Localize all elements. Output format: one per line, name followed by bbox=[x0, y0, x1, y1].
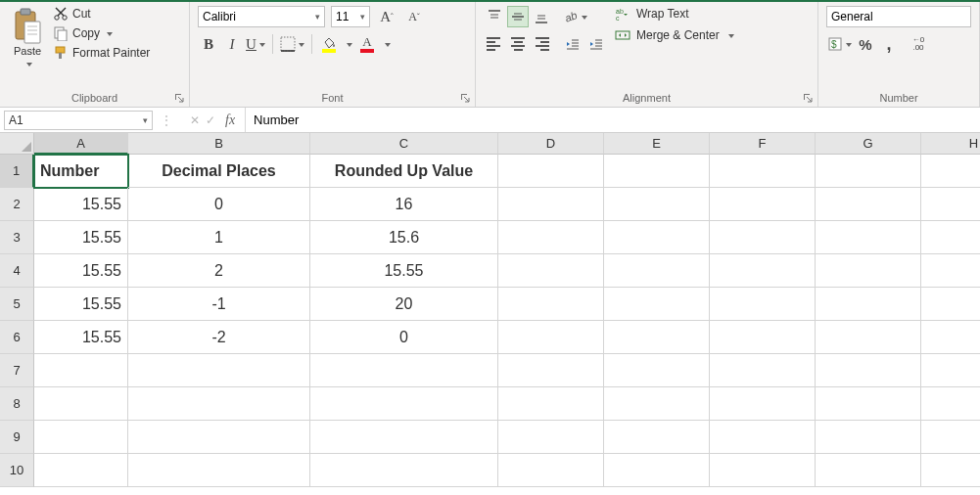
cell-D3[interactable] bbox=[498, 221, 604, 254]
column-header-A[interactable]: A bbox=[34, 133, 128, 155]
row-header-3[interactable]: 3 bbox=[0, 221, 34, 254]
cell-A3[interactable]: 15.55 bbox=[34, 221, 128, 254]
cell-H4[interactable] bbox=[921, 254, 980, 288]
align-bottom-button[interactable] bbox=[531, 6, 552, 27]
cell-F1[interactable] bbox=[710, 155, 816, 188]
cell-A2[interactable]: 15.55 bbox=[34, 188, 128, 221]
cell-F4[interactable] bbox=[710, 254, 816, 288]
cell-G2[interactable] bbox=[816, 188, 921, 221]
row-header-1[interactable]: 1 bbox=[0, 155, 34, 188]
accounting-format-button[interactable]: $ bbox=[826, 33, 853, 55]
enter-formula-button[interactable]: ✓ bbox=[206, 113, 215, 127]
paste-button[interactable]: Paste bbox=[8, 6, 47, 72]
cell-D9[interactable] bbox=[498, 421, 604, 454]
cell-E2[interactable] bbox=[604, 188, 710, 221]
cell-C8[interactable] bbox=[310, 387, 498, 421]
column-header-B[interactable]: B bbox=[128, 133, 310, 155]
cell-E1[interactable] bbox=[604, 155, 710, 188]
cell-E5[interactable] bbox=[604, 288, 710, 321]
cell-B4[interactable]: 2 bbox=[128, 254, 310, 288]
cell-B1[interactable]: Decimal Places bbox=[128, 155, 310, 188]
font-size-combo[interactable]: ▾ bbox=[331, 6, 370, 27]
row-header-2[interactable]: 2 bbox=[0, 188, 34, 221]
font-size-input[interactable] bbox=[336, 10, 356, 23]
cell-H1[interactable] bbox=[921, 155, 980, 188]
cell-F6[interactable] bbox=[710, 321, 816, 354]
cell-E8[interactable] bbox=[604, 387, 710, 421]
row-header-9[interactable]: 9 bbox=[0, 421, 34, 454]
cell-D2[interactable] bbox=[498, 188, 604, 221]
cell-F7[interactable] bbox=[710, 354, 816, 387]
cell-G7[interactable] bbox=[816, 354, 921, 387]
cell-F9[interactable] bbox=[710, 421, 816, 454]
column-header-G[interactable]: G bbox=[816, 133, 921, 155]
copy-button[interactable]: Copy bbox=[53, 25, 150, 41]
cell-F2[interactable] bbox=[710, 188, 816, 221]
cell-F5[interactable] bbox=[710, 288, 816, 321]
cell-B8[interactable] bbox=[128, 387, 310, 421]
column-header-C[interactable]: C bbox=[310, 133, 498, 155]
cell-B10[interactable] bbox=[128, 454, 310, 487]
fill-color-button[interactable] bbox=[318, 33, 340, 55]
row-header-5[interactable]: 5 bbox=[0, 288, 34, 321]
cell-F3[interactable] bbox=[710, 221, 816, 254]
font-name-combo[interactable]: ▾ bbox=[198, 6, 325, 27]
formula-input[interactable] bbox=[245, 108, 980, 132]
name-box[interactable]: A1 ▾ bbox=[4, 111, 153, 130]
select-all-corner[interactable] bbox=[0, 133, 34, 155]
cell-D5[interactable] bbox=[498, 288, 604, 321]
column-header-F[interactable]: F bbox=[710, 133, 816, 155]
comma-button[interactable]: , bbox=[878, 33, 900, 55]
number-format-combo[interactable] bbox=[826, 6, 971, 27]
cell-C1[interactable]: Rounded Up Value bbox=[310, 155, 498, 188]
cell-D7[interactable] bbox=[498, 354, 604, 387]
wrap-text-button[interactable]: abc Wrap Text bbox=[615, 6, 734, 22]
cell-H5[interactable] bbox=[921, 288, 980, 321]
orientation-button[interactable]: ab bbox=[562, 6, 588, 27]
cell-E10[interactable] bbox=[604, 454, 710, 487]
cell-E6[interactable] bbox=[604, 321, 710, 354]
cell-B7[interactable] bbox=[128, 354, 310, 387]
align-right-button[interactable] bbox=[531, 33, 552, 55]
percent-button[interactable]: % bbox=[855, 33, 876, 55]
cell-C10[interactable] bbox=[310, 454, 498, 487]
cell-G9[interactable] bbox=[816, 421, 921, 454]
increase-font-button[interactable]: Aˆ bbox=[376, 6, 397, 27]
font-color-button[interactable]: A bbox=[356, 33, 378, 55]
clipboard-launcher[interactable] bbox=[173, 92, 185, 104]
cell-A1[interactable]: Number bbox=[34, 155, 128, 188]
chevron-down-icon[interactable] bbox=[380, 37, 393, 51]
cell-C2[interactable]: 16 bbox=[310, 188, 498, 221]
cell-H2[interactable] bbox=[921, 188, 980, 221]
borders-button[interactable] bbox=[279, 33, 305, 55]
decrease-indent-button[interactable] bbox=[562, 33, 583, 55]
cell-E7[interactable] bbox=[604, 354, 710, 387]
row-header-4[interactable]: 4 bbox=[0, 254, 34, 288]
cell-G5[interactable] bbox=[816, 288, 921, 321]
cell-D8[interactable] bbox=[498, 387, 604, 421]
underline-button[interactable]: U bbox=[245, 33, 266, 55]
alignment-launcher[interactable] bbox=[802, 92, 814, 104]
cell-E3[interactable] bbox=[604, 221, 710, 254]
cell-G3[interactable] bbox=[816, 221, 921, 254]
cell-B9[interactable] bbox=[128, 421, 310, 454]
increase-indent-button[interactable] bbox=[585, 33, 607, 55]
cell-D4[interactable] bbox=[498, 254, 604, 288]
cell-G4[interactable] bbox=[816, 254, 921, 288]
cell-C5[interactable]: 20 bbox=[310, 288, 498, 321]
increase-decimal-button[interactable]: ←0 .00 bbox=[908, 33, 929, 55]
font-name-input[interactable] bbox=[203, 10, 311, 23]
cut-button[interactable]: Cut bbox=[53, 6, 150, 22]
cell-A4[interactable]: 15.55 bbox=[34, 254, 128, 288]
decrease-font-button[interactable]: Aˇ bbox=[403, 6, 425, 27]
merge-center-button[interactable]: Merge & Center bbox=[615, 27, 734, 43]
number-format-input[interactable] bbox=[831, 10, 966, 23]
cell-F8[interactable] bbox=[710, 387, 816, 421]
cell-C7[interactable] bbox=[310, 354, 498, 387]
cell-H7[interactable] bbox=[921, 354, 980, 387]
italic-button[interactable]: I bbox=[221, 33, 243, 55]
cell-B3[interactable]: 1 bbox=[128, 221, 310, 254]
cell-C3[interactable]: 15.6 bbox=[310, 221, 498, 254]
align-top-button[interactable] bbox=[484, 6, 505, 27]
cell-D6[interactable] bbox=[498, 321, 604, 354]
